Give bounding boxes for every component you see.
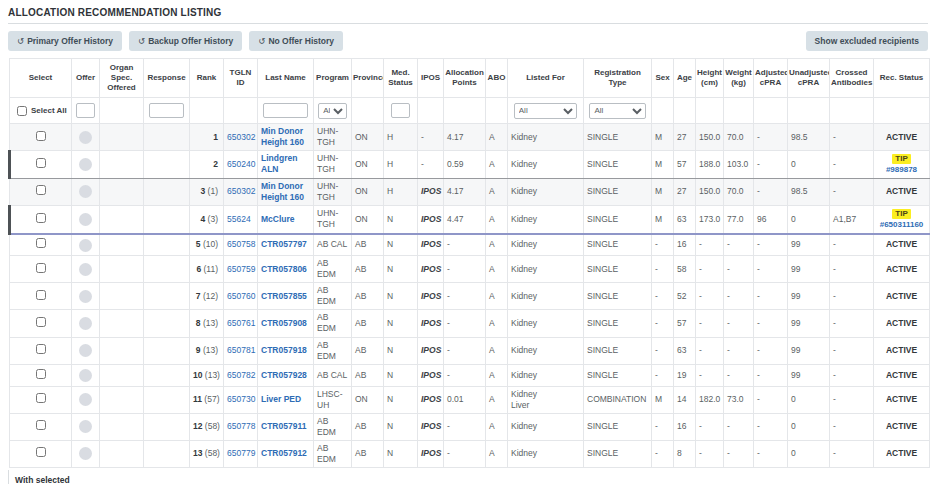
- filter-input-offer[interactable]: [76, 103, 95, 118]
- show-excluded-recipients-button[interactable]: Show excluded recipients: [806, 31, 928, 51]
- last-name-link[interactable]: CTR057911: [261, 421, 306, 431]
- filter-input-response[interactable]: [149, 103, 184, 118]
- filter-select-registration-type[interactable]: All: [589, 103, 645, 119]
- rank-cell: 4 (3): [190, 205, 224, 233]
- row-select-checkbox[interactable]: [36, 317, 46, 327]
- select-cell: [10, 256, 72, 283]
- last-name-link[interactable]: CTR057918: [261, 345, 307, 355]
- tgln-id-link[interactable]: 650761: [227, 318, 255, 328]
- last-name-link[interactable]: McClure: [261, 214, 295, 224]
- filter-cell-registration-type: All: [584, 98, 652, 124]
- row-select-checkbox[interactable]: [36, 213, 46, 223]
- last-name-link[interactable]: CTR057928: [261, 370, 307, 380]
- last-name-cell: CTR057806: [258, 256, 314, 283]
- col-header-ipos: IPOS: [418, 59, 444, 98]
- age-cell: 8: [674, 440, 696, 467]
- filter-cell-select: Select All: [10, 98, 72, 124]
- unadjusted-cpra-cell: 98.5: [788, 124, 830, 151]
- tgln-id-link[interactable]: 650240: [227, 159, 255, 169]
- listed-for-cell: Kidney: [508, 413, 584, 440]
- tip-reference-link[interactable]: #989878: [886, 165, 917, 174]
- row-select-checkbox[interactable]: [36, 158, 46, 168]
- tgln-id-link[interactable]: 55624: [227, 214, 251, 224]
- response-cell: [144, 256, 190, 283]
- select-all-checkbox[interactable]: [17, 106, 27, 116]
- last-name-link[interactable]: CTR057797: [261, 239, 307, 249]
- row-select-checkbox[interactable]: [36, 447, 46, 457]
- registration-type-cell: SINGLE: [584, 337, 652, 364]
- tgln-id-link[interactable]: 650778: [227, 421, 255, 431]
- row-select-checkbox[interactable]: [36, 393, 46, 403]
- row-select-checkbox[interactable]: [36, 344, 46, 354]
- ipos-cell: IPOS: [418, 413, 444, 440]
- province-cell: ON: [352, 205, 384, 233]
- rank-cell: 3 (1): [190, 178, 224, 205]
- row-select-checkbox[interactable]: [36, 263, 46, 273]
- med-status-cell: N: [384, 337, 418, 364]
- history-icon: ↺: [17, 36, 24, 46]
- response-cell: [144, 310, 190, 337]
- col-header-province: Province: [352, 59, 384, 98]
- tgln-id-link[interactable]: 650779: [227, 448, 255, 458]
- tgln-id-link[interactable]: 650759: [227, 264, 255, 274]
- last-name-link[interactable]: CTR057908: [261, 318, 307, 328]
- filter-input-med-status[interactable]: [391, 103, 410, 118]
- select-cell: [10, 178, 72, 205]
- tip-reference-link[interactable]: #650311160: [880, 220, 924, 229]
- weight-cell: -: [724, 364, 754, 386]
- row-select-checkbox[interactable]: [36, 238, 46, 248]
- tgln-id-link[interactable]: 650302: [227, 186, 255, 196]
- rank-cell: 5 (10): [190, 234, 224, 256]
- last-name-link[interactable]: Liver PED: [261, 394, 301, 404]
- filter-select-program[interactable]: All: [318, 103, 347, 119]
- tgln-id-link[interactable]: 650760: [227, 291, 255, 301]
- ipos-cell: IPOS: [418, 283, 444, 310]
- offer-cell: [72, 386, 100, 413]
- tgln-id-cell: 650302: [224, 124, 258, 151]
- ipos-flag: IPOS: [421, 186, 441, 196]
- filter-select-listed-for[interactable]: All: [514, 103, 577, 119]
- col-header-abo: ABO: [486, 59, 508, 98]
- tgln-id-link[interactable]: 650730: [227, 394, 255, 404]
- listed-for-cell: Kidney: [508, 440, 584, 467]
- recipient-row: 10 (13)650782CTR057928AB CALABNIPOS-AKid…: [10, 364, 930, 386]
- tgln-id-link[interactable]: 650781: [227, 345, 255, 355]
- last-name-link[interactable]: CTR057855: [261, 291, 307, 301]
- crossed-antibodies-cell: A1,B7: [830, 205, 874, 233]
- abo-cell: A: [486, 234, 508, 256]
- last-name-link[interactable]: CTR057912: [261, 448, 307, 458]
- tgln-id-link[interactable]: 650758: [227, 239, 255, 249]
- rank-cell: 8 (13): [190, 310, 224, 337]
- tgln-id-link[interactable]: 650782: [227, 370, 255, 380]
- weight-cell: -: [724, 337, 754, 364]
- last-name-cell: CTR057908: [258, 310, 314, 337]
- row-select-checkbox[interactable]: [36, 369, 46, 379]
- filter-input-last-name[interactable]: [263, 103, 307, 118]
- filter-cell-height-cm: [696, 98, 724, 124]
- rec-status-cell: ACTIVE: [874, 310, 930, 337]
- height-cell: 150.0: [696, 178, 724, 205]
- row-select-checkbox[interactable]: [36, 420, 46, 430]
- backup-offer-history-button[interactable]: ↺Backup Offer History: [129, 31, 242, 51]
- row-select-checkbox[interactable]: [36, 185, 46, 195]
- no-offer-history-button[interactable]: ↺No Offer History: [249, 31, 343, 51]
- col-header-height-cm: Height (cm): [696, 59, 724, 98]
- row-select-checkbox[interactable]: [36, 131, 46, 141]
- last-name-link[interactable]: CTR057806: [261, 264, 307, 274]
- ipos-flag: IPOS: [421, 345, 441, 355]
- last-name-link[interactable]: Lindgren ALN: [261, 153, 297, 174]
- last-name-link[interactable]: Min Donor Height 160: [261, 181, 304, 202]
- age-cell: 16: [674, 234, 696, 256]
- rec-status-cell: ACTIVE: [874, 124, 930, 151]
- offer-cell: [72, 178, 100, 205]
- height-cell: -: [696, 310, 724, 337]
- row-select-checkbox[interactable]: [36, 290, 46, 300]
- ipos-flag: IPOS: [421, 264, 441, 274]
- abo-cell: A: [486, 337, 508, 364]
- primary-offer-history-button[interactable]: ↺Primary Offer History: [8, 31, 122, 51]
- tgln-id-link[interactable]: 650302: [227, 132, 255, 142]
- last-name-link[interactable]: Min Donor Height 160: [261, 126, 304, 147]
- page-title: ALLOCATION RECOMMENDATION LISTING: [8, 4, 928, 24]
- med-status-cell: N: [384, 364, 418, 386]
- rec-status-cell: ACTIVE: [874, 364, 930, 386]
